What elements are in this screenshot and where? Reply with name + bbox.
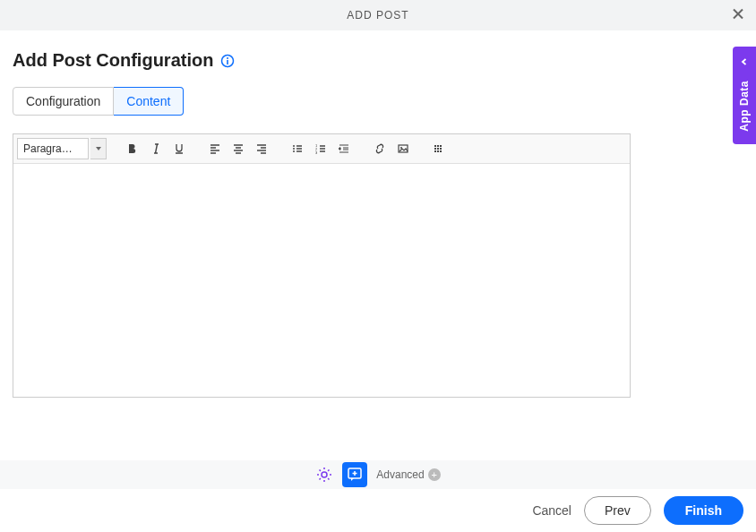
tabs: Configuration Content: [13, 87, 743, 116]
align-right-icon[interactable]: [252, 139, 271, 159]
svg-rect-2: [228, 60, 229, 64]
svg-text:3: 3: [315, 150, 318, 155]
svg-point-3: [293, 145, 295, 147]
content-area: Add Post Configuration Configuration Con…: [0, 30, 756, 398]
gear-icon[interactable]: [315, 466, 333, 484]
bold-icon[interactable]: [123, 139, 142, 159]
svg-rect-15: [437, 148, 439, 150]
finish-button[interactable]: Finish: [664, 496, 743, 525]
svg-rect-18: [437, 150, 439, 152]
tab-configuration[interactable]: Configuration: [13, 87, 114, 116]
tab-content[interactable]: Content: [114, 87, 184, 116]
svg-rect-14: [434, 148, 436, 150]
align-center-icon[interactable]: [228, 139, 248, 159]
image-icon[interactable]: [393, 139, 413, 159]
editor-body[interactable]: [13, 164, 630, 397]
editor-toolbar: Paragra…: [13, 134, 630, 164]
footer: Cancel Prev Finish: [0, 489, 756, 532]
bullet-list-icon[interactable]: [288, 139, 307, 159]
svg-rect-12: [437, 145, 439, 147]
svg-point-20: [322, 472, 327, 477]
modal-title: ADD POST: [347, 9, 408, 21]
align-left-icon[interactable]: [205, 139, 225, 159]
table-icon[interactable]: [429, 139, 449, 159]
chevron-left-icon: [740, 54, 749, 70]
svg-rect-11: [434, 145, 436, 147]
side-panel-tab[interactable]: App Data: [733, 47, 756, 144]
link-icon[interactable]: [370, 139, 390, 159]
close-icon[interactable]: [731, 7, 745, 24]
svg-point-4: [293, 148, 295, 150]
page-title-row: Add Post Configuration: [13, 50, 743, 71]
italic-icon[interactable]: [146, 139, 166, 159]
svg-rect-17: [434, 150, 436, 152]
modal-header: ADD POST: [0, 0, 756, 30]
bottom-bar: Advanced +: [0, 460, 756, 489]
svg-rect-13: [440, 145, 442, 147]
svg-rect-19: [440, 150, 442, 152]
add-comment-icon[interactable]: [342, 462, 367, 487]
side-panel-label: App Data: [738, 81, 751, 132]
underline-icon[interactable]: [169, 139, 189, 159]
svg-rect-16: [440, 148, 442, 150]
advanced-label: Advanced: [376, 468, 424, 481]
advanced-toggle[interactable]: Advanced +: [376, 468, 440, 481]
info-icon[interactable]: [220, 54, 235, 68]
outdent-icon[interactable]: [334, 139, 354, 159]
plus-circle-icon: +: [428, 468, 441, 481]
editor-container: Paragra…: [13, 133, 631, 398]
svg-point-5: [293, 150, 295, 152]
cancel-button[interactable]: Cancel: [532, 503, 571, 518]
svg-point-1: [227, 57, 228, 59]
numbered-list-icon[interactable]: 123: [311, 139, 331, 159]
format-select[interactable]: Paragra…: [17, 138, 89, 159]
prev-button[interactable]: Prev: [584, 496, 651, 525]
page-title: Add Post Configuration: [13, 50, 213, 71]
format-select-arrow-icon[interactable]: [90, 138, 107, 159]
